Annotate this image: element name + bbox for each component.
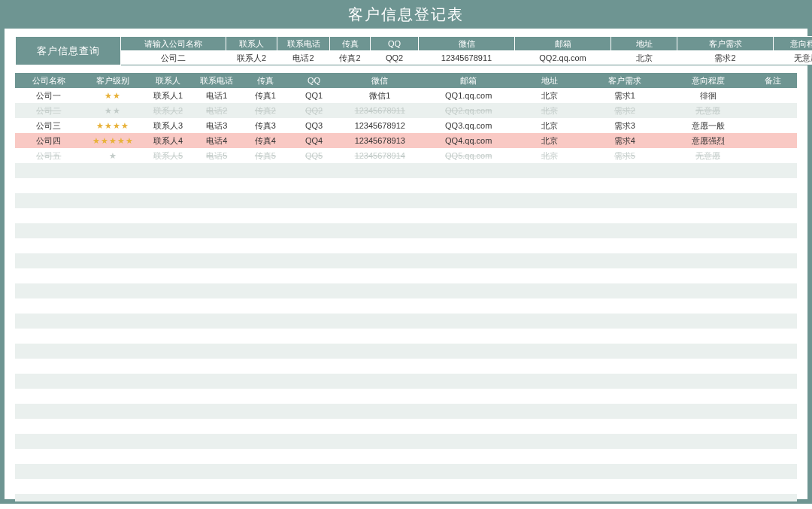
cell-note	[750, 118, 797, 133]
cell-wechat: 微信1	[338, 88, 422, 103]
app-frame: 客户信息登记表 客户信息查询 请输入公司名称联系人联系电话传真QQ微信邮箱地址客…	[0, 0, 812, 504]
cell-email: QQ2.qq.com	[422, 103, 516, 118]
cell-note	[750, 133, 797, 148]
cell-need: 需求1	[583, 88, 667, 103]
query-header-7: 地址	[611, 37, 677, 51]
query-value-4: QQ2	[371, 51, 419, 65]
table-row-empty	[15, 419, 797, 434]
cell-stars: ★★★★	[83, 118, 144, 133]
cell-addr: 北京	[516, 103, 583, 118]
table-row-empty	[15, 253, 797, 268]
cell-email: QQ5.qq.com	[422, 148, 516, 163]
cell-phone: 电话5	[192, 148, 241, 163]
query-header-3: 传真	[330, 37, 371, 51]
cell-contact: 联系人3	[144, 118, 192, 133]
query-value-3: 传真2	[330, 51, 371, 65]
data-header-row: 公司名称客户级别联系人联系电话传真QQ微信邮箱地址客户需求意向程度备注	[15, 73, 797, 88]
cell-contact: 联系人5	[144, 148, 192, 163]
cell-need: 需求3	[583, 118, 667, 133]
table-row-empty	[15, 193, 797, 208]
query-value-9: 无意愿	[774, 51, 813, 65]
table-row-empty	[15, 434, 797, 449]
cell-email: QQ1.qq.com	[422, 88, 516, 103]
cell-qq: QQ3	[289, 118, 338, 133]
page-title: 客户信息登记表	[5, 5, 807, 29]
col-header-4: 传真	[241, 73, 290, 88]
query-header-4: QQ	[371, 37, 419, 51]
table-row-empty	[15, 389, 797, 404]
cell-company: 公司五	[15, 148, 83, 163]
query-value-5: 12345678911	[419, 51, 515, 65]
table-row[interactable]: 公司一★★联系人1电话1传真1QQ1微信1QQ1.qq.com北京需求1徘徊	[15, 88, 797, 103]
cell-phone: 电话2	[192, 103, 241, 118]
table-row[interactable]: 公司五★联系人5电话5传真5QQ512345678914QQ5.qq.com北京…	[15, 148, 797, 163]
cell-fax: 传真4	[241, 133, 290, 148]
cell-wechat: 12345678911	[338, 103, 422, 118]
cell-addr: 北京	[516, 148, 583, 163]
data-body: 公司一★★联系人1电话1传真1QQ1微信1QQ1.qq.com北京需求1徘徊公司…	[15, 88, 797, 501]
query-header-5: 微信	[419, 37, 515, 51]
cell-fax: 传真2	[241, 103, 290, 118]
table-row-empty	[15, 464, 797, 479]
cell-wechat: 12345678914	[338, 148, 422, 163]
cell-qq: QQ4	[289, 133, 338, 148]
query-header-6: 邮箱	[515, 37, 611, 51]
table-row[interactable]: 公司三★★★★联系人3电话3传真3QQ312345678912QQ3.qq.co…	[15, 118, 797, 133]
query-value-6: QQ2.qq.com	[515, 51, 611, 65]
query-title-cell: 客户信息查询	[16, 37, 121, 65]
cell-phone: 电话4	[192, 133, 241, 148]
cell-wechat: 12345678912	[338, 118, 422, 133]
col-header-2: 联系人	[144, 73, 192, 88]
cell-addr: 北京	[516, 133, 583, 148]
cell-wechat: 12345678913	[338, 133, 422, 148]
col-header-7: 邮箱	[422, 73, 516, 88]
cell-phone: 电话3	[192, 118, 241, 133]
table-row-empty	[15, 404, 797, 419]
data-table: 公司名称客户级别联系人联系电话传真QQ微信邮箱地址客户需求意向程度备注 公司一★…	[15, 73, 797, 501]
cell-company: 公司一	[15, 88, 83, 103]
cell-intent: 徘徊	[666, 88, 750, 103]
table-row[interactable]: 公司二★★联系人2电话2传真2QQ212345678911QQ2.qq.com北…	[15, 103, 797, 118]
col-header-8: 地址	[516, 73, 583, 88]
cell-contact: 联系人1	[144, 88, 192, 103]
data-table-wrap: 公司名称客户级别联系人联系电话传真QQ微信邮箱地址客户需求意向程度备注 公司一★…	[15, 73, 797, 501]
cell-addr: 北京	[516, 88, 583, 103]
query-header-8: 客户需求	[677, 37, 774, 51]
cell-note	[750, 148, 797, 163]
cell-stars: ★★	[83, 88, 144, 103]
col-header-6: 微信	[338, 73, 422, 88]
cell-fax: 传真1	[241, 88, 290, 103]
col-header-1: 客户级别	[83, 73, 144, 88]
table-row-empty	[15, 223, 797, 238]
cell-need: 需求5	[583, 148, 667, 163]
table-row-empty	[15, 314, 797, 329]
query-value-1: 联系人2	[226, 51, 277, 65]
table-row-empty	[15, 283, 797, 298]
cell-stars: ★★★★★	[83, 133, 144, 148]
table-row-empty	[15, 208, 797, 223]
cell-intent: 无意愿	[666, 103, 750, 118]
table-row-empty	[15, 298, 797, 314]
table-row-empty	[15, 178, 797, 193]
query-header-2: 联系电话	[277, 37, 330, 51]
cell-email: QQ3.qq.com	[422, 118, 516, 133]
cell-note	[750, 88, 797, 103]
col-header-3: 联系电话	[192, 73, 241, 88]
cell-intent: 意愿强烈	[666, 133, 750, 148]
query-header-0: 请输入公司名称	[121, 37, 226, 51]
query-header-9: 意向程度	[774, 37, 813, 51]
table-row[interactable]: 公司四★★★★★联系人4电话4传真4QQ412345678913QQ4.qq.c…	[15, 133, 797, 148]
cell-qq: QQ1	[289, 88, 338, 103]
cell-addr: 北京	[516, 118, 583, 133]
content-area: 客户信息查询 请输入公司名称联系人联系电话传真QQ微信邮箱地址客户需求意向程度 …	[5, 29, 807, 509]
table-row-empty	[15, 494, 797, 501]
col-header-5: QQ	[289, 73, 338, 88]
col-header-0: 公司名称	[15, 73, 83, 88]
query-value-7: 北京	[611, 51, 677, 65]
query-value-row: 公司二联系人2电话2传真2QQ212345678911QQ2.qq.com北京需…	[16, 51, 813, 65]
query-header-row: 客户信息查询 请输入公司名称联系人联系电话传真QQ微信邮箱地址客户需求意向程度	[16, 37, 813, 51]
query-value-0[interactable]: 公司二	[121, 51, 226, 65]
cell-email: QQ4.qq.com	[422, 133, 516, 148]
cell-need: 需求4	[583, 133, 667, 148]
table-row-empty	[15, 359, 797, 374]
